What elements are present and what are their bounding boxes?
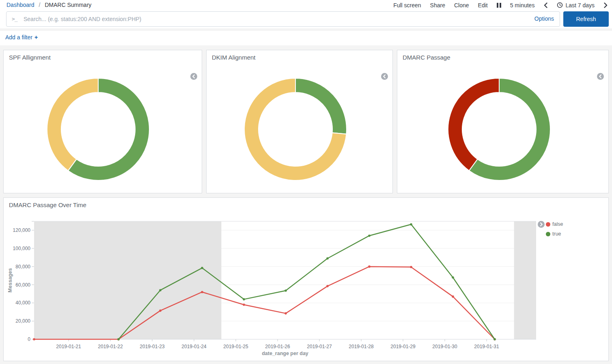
- pause-icon: [497, 3, 501, 8]
- search-prompt-icon: >_: [12, 16, 17, 22]
- y-axis-tick-label: 80,000: [15, 264, 30, 270]
- donut-slice-green[interactable]: [295, 78, 347, 134]
- x-axis-tick-label: 2019-01-22: [98, 344, 123, 349]
- panel-spf-alignment: SPF Allignment: [3, 50, 202, 193]
- y-axis-tick-label: 0: [28, 336, 30, 342]
- donut-slice-yellow[interactable]: [47, 78, 98, 171]
- data-point-true[interactable]: [452, 276, 454, 279]
- legend-item-true[interactable]: true: [546, 231, 563, 237]
- x-axis-tick-label: 2019-01-29: [390, 344, 416, 349]
- data-point-false[interactable]: [159, 310, 162, 312]
- time-prev-button[interactable]: [543, 2, 548, 8]
- data-point-true[interactable]: [368, 235, 371, 237]
- refresh-button[interactable]: Refresh: [563, 11, 609, 27]
- data-point-false[interactable]: [452, 295, 454, 298]
- donut-slice-red[interactable]: [448, 78, 499, 171]
- chevron-right-circle-icon: [538, 221, 545, 228]
- y-axis-tick-label: 60,000: [15, 282, 30, 288]
- data-point-true[interactable]: [284, 289, 287, 292]
- y-axis-tick-label: 120,000: [13, 227, 31, 233]
- toolbar-item-clone[interactable]: Clone: [454, 2, 469, 9]
- data-point-false[interactable]: [326, 285, 329, 287]
- time-range-label: Last 7 days: [565, 2, 595, 9]
- time-range-button[interactable]: Last 7 days: [557, 2, 595, 9]
- breadcrumb-current: DMARC Summary: [45, 2, 91, 8]
- y-axis-tick-label: 40,000: [15, 300, 30, 306]
- data-point-true[interactable]: [243, 298, 245, 301]
- pause-button[interactable]: [497, 3, 501, 8]
- legend-label-false: false: [552, 221, 563, 227]
- panel-title: DMARC Passage Over Time: [9, 201, 86, 208]
- search-input[interactable]: [24, 12, 527, 26]
- filter-bar: Add a filter+: [0, 31, 612, 45]
- time-next-button[interactable]: [603, 2, 608, 8]
- y-axis-tick-label: 20,000: [15, 318, 30, 324]
- x-axis-tick-label: 2019-01-25: [223, 344, 248, 349]
- data-point-false[interactable]: [201, 291, 203, 293]
- out-of-range-band: [34, 221, 221, 339]
- data-point-false[interactable]: [368, 266, 371, 268]
- breadcrumb-separator: /: [39, 2, 40, 8]
- dkim-donut-chart[interactable]: [207, 50, 392, 193]
- data-point-false[interactable]: [243, 304, 245, 306]
- clock-icon: [557, 2, 563, 8]
- out-of-range-band: [514, 221, 536, 339]
- breadcrumb: Dashboard / DMARC Summary: [6, 0, 91, 10]
- data-point-true[interactable]: [117, 338, 120, 340]
- x-axis-tick-label: 2019-01-27: [307, 344, 332, 349]
- chevron-right-icon: [603, 2, 608, 8]
- data-point-false[interactable]: [410, 266, 412, 268]
- plus-icon: +: [34, 34, 38, 41]
- refresh-interval-label[interactable]: 5 minutes: [510, 2, 535, 9]
- x-axis-tick-label: 2019-01-31: [474, 344, 499, 349]
- x-axis-tick-label: 2019-01-30: [432, 344, 457, 349]
- data-point-true[interactable]: [201, 267, 203, 269]
- dmarc-donut-chart[interactable]: [397, 50, 608, 193]
- options-link[interactable]: Options: [534, 15, 554, 22]
- x-axis-title: date_range per day: [262, 351, 308, 356]
- dmarc-over-time-line-chart[interactable]: 020,00040,00060,00080,000100,000120,0002…: [4, 198, 608, 361]
- add-filter-label: Add a filter: [5, 34, 32, 41]
- legend-item-false[interactable]: false: [546, 221, 563, 227]
- chevron-left-icon: [543, 2, 548, 8]
- y-axis-tick-label: 100,000: [13, 246, 31, 251]
- x-axis-tick-label: 2019-01-26: [265, 344, 290, 349]
- x-axis-tick-label: 2019-01-24: [181, 344, 207, 349]
- add-filter-link[interactable]: Add a filter+: [5, 34, 38, 41]
- dashboard-page: Dashboard / DMARC Summary Full screen Sh…: [0, 0, 612, 364]
- toolbar-item-edit[interactable]: Edit: [478, 2, 488, 9]
- data-point-true[interactable]: [493, 338, 496, 340]
- legend-toggle-button[interactable]: [538, 221, 545, 229]
- top-nav: Dashboard / DMARC Summary Full screen Sh…: [0, 0, 612, 10]
- x-axis-tick-label: 2019-01-23: [140, 344, 165, 349]
- x-axis-tick-label: 2019-01-28: [349, 344, 374, 349]
- legend-label-true: true: [552, 231, 561, 237]
- spf-donut-chart[interactable]: [4, 50, 202, 193]
- panel-dmarc-passage-over-time: DMARC Passage Over Time 020,00040,00060,…: [3, 197, 609, 361]
- data-point-true[interactable]: [326, 257, 329, 260]
- data-point-false[interactable]: [33, 338, 35, 340]
- data-point-false[interactable]: [284, 312, 287, 315]
- legend-dot-true: [546, 232, 550, 236]
- toolbar: Full screen Share Clone Edit 5 minutes L…: [393, 0, 608, 10]
- search-box: >_ Options: [6, 11, 560, 27]
- breadcrumb-link-dashboard[interactable]: Dashboard: [6, 2, 34, 8]
- data-point-true[interactable]: [410, 223, 412, 226]
- query-bar: >_ Options Refresh: [0, 10, 612, 28]
- legend-dot-false: [546, 222, 550, 227]
- chart-legend: false true: [546, 221, 563, 237]
- toolbar-item-full-screen[interactable]: Full screen: [393, 2, 421, 9]
- data-point-true[interactable]: [159, 289, 162, 291]
- y-axis-title: Messages: [7, 268, 13, 293]
- x-axis-tick-label: 2019-01-21: [56, 344, 81, 349]
- panel-dkim-alignment: DKIM Alignment: [206, 50, 393, 193]
- toolbar-item-share[interactable]: Share: [430, 2, 445, 9]
- panel-dmarc-passage: DMARC Passage: [397, 50, 609, 193]
